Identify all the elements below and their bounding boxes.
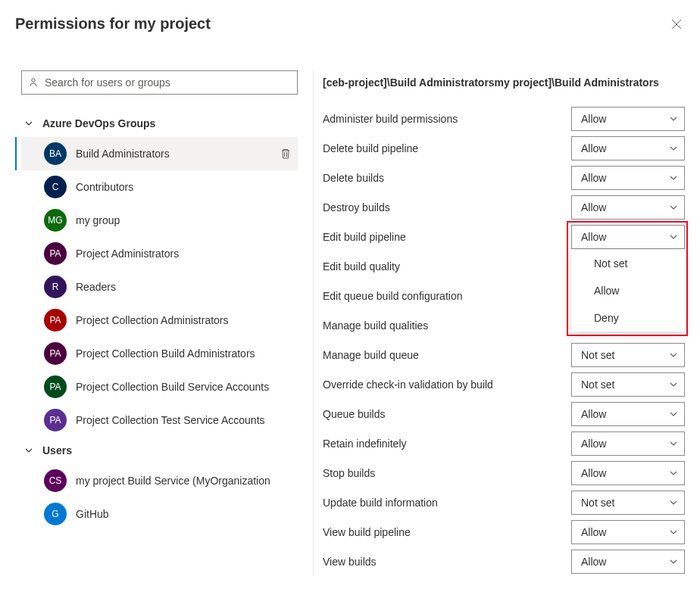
permission-label: Delete builds <box>323 172 571 184</box>
permission-row: Administer build permissionsAllow <box>323 104 685 133</box>
dropdown-value: Allow <box>581 556 606 568</box>
dropdown-value: Allow <box>581 438 606 450</box>
group-item-label: my group <box>76 214 298 226</box>
group-item[interactable]: PAProject Administrators <box>21 237 298 270</box>
permission-dropdown[interactable]: Allow <box>571 402 685 426</box>
dropdown-value: Allow <box>581 172 606 184</box>
chevron-down-icon <box>669 173 678 182</box>
dropdown-option[interactable]: Not set <box>571 250 685 277</box>
group-item[interactable]: BABuild Administrators <box>21 137 298 170</box>
users-section-label: Users <box>42 444 72 456</box>
group-item-label: Project Collection Build Service Account… <box>76 381 298 393</box>
avatar: PA <box>44 309 67 332</box>
permission-label: Override check-in validation by build <box>323 378 571 391</box>
trash-icon[interactable] <box>280 148 292 160</box>
dropdown-value: Allow <box>581 201 606 213</box>
groups-section-label: Azure DevOps Groups <box>42 117 155 129</box>
dropdown-value: Allow <box>581 526 606 538</box>
permission-dropdown[interactable]: Not set <box>571 343 685 367</box>
user-item[interactable]: CSmy project Build Service (MyOrganizati… <box>21 464 298 497</box>
chevron-down-icon <box>669 144 678 153</box>
user-item-label: GitHub <box>76 508 298 520</box>
avatar: PA <box>44 375 67 398</box>
close-button[interactable] <box>668 16 685 33</box>
permission-label: Manage build queue <box>323 349 571 361</box>
permission-dropdown[interactable]: AllowNot setAllowDeny <box>571 225 685 249</box>
chevron-down-icon <box>669 528 678 537</box>
dropdown-value: Allow <box>581 113 606 125</box>
chevron-down-icon <box>669 114 678 123</box>
permission-dropdown[interactable]: Allow <box>571 520 685 544</box>
permission-row: Delete build pipelineAllow <box>323 133 685 163</box>
chevron-down-icon <box>669 557 678 566</box>
group-item[interactable]: CContributors <box>21 170 298 204</box>
person-search-icon <box>28 77 39 88</box>
group-item[interactable]: PAProject Collection Administrators <box>21 304 298 337</box>
user-item[interactable]: GGitHub <box>21 497 298 531</box>
permission-label: View builds <box>323 556 571 568</box>
dropdown-value: Allow <box>581 231 606 243</box>
close-icon <box>671 19 682 30</box>
avatar: PA <box>44 242 67 265</box>
permission-row: Retain indefinitelyAllow <box>323 428 685 458</box>
dropdown-option[interactable]: Deny <box>571 304 685 332</box>
dropdown-value: Allow <box>581 408 606 420</box>
permission-label: Destroy builds <box>323 201 571 213</box>
dropdown-value: Allow <box>581 142 606 154</box>
group-item[interactable]: RReaders <box>21 270 298 304</box>
permission-label: View build pipeline <box>323 526 571 538</box>
group-item-label: Readers <box>76 281 298 293</box>
chevron-down-icon <box>669 350 678 360</box>
chevron-down-icon <box>669 469 678 478</box>
permission-row: Edit build pipelineAllowNot setAllowDeny <box>323 222 685 251</box>
group-item-label: Project Collection Test Service Accounts <box>76 414 298 426</box>
group-item[interactable]: PAProject Collection Test Service Accoun… <box>21 403 298 437</box>
permission-dropdown[interactable]: Not set <box>571 491 685 515</box>
group-item[interactable]: PAProject Collection Build Administrator… <box>21 337 298 370</box>
avatar: PA <box>44 342 67 365</box>
search-input-wrapper[interactable] <box>21 70 298 95</box>
permission-row: Update build informationNot set <box>323 488 685 517</box>
avatar: C <box>44 176 67 198</box>
permission-row: Delete buildsAllow <box>323 163 685 192</box>
permission-dropdown[interactable]: Not set <box>571 372 685 397</box>
permission-row: View buildsAllow <box>323 547 685 576</box>
group-item[interactable]: MGmy group <box>21 204 298 237</box>
permission-label: Edit build pipeline <box>323 231 571 243</box>
users-section-header[interactable]: Users <box>21 437 298 464</box>
permission-row: Manage build queueNot set <box>323 340 685 369</box>
dropdown-value: Not set <box>581 349 614 361</box>
permission-dropdown[interactable]: Allow <box>571 431 685 456</box>
avatar: BA <box>44 142 67 165</box>
group-item-label: Project Administrators <box>76 248 298 260</box>
search-input[interactable] <box>45 76 291 89</box>
chevron-down-icon <box>24 119 33 128</box>
group-item[interactable]: PAProject Collection Build Service Accou… <box>21 370 298 403</box>
permission-dropdown[interactable]: Allow <box>571 166 685 190</box>
permission-dropdown[interactable]: Allow <box>571 136 685 160</box>
permission-label: Update build information <box>323 497 571 509</box>
permission-row: Stop buildsAllow <box>323 458 685 488</box>
dropdown-option[interactable]: Allow <box>571 277 685 304</box>
dropdown-value: Allow <box>581 467 606 479</box>
chevron-down-icon <box>669 203 678 212</box>
group-item-label: Build Administrators <box>76 148 280 160</box>
permission-dropdown[interactable]: Allow <box>571 461 685 485</box>
chevron-down-icon <box>669 439 678 448</box>
avatar: R <box>44 276 67 298</box>
chevron-down-icon <box>24 446 33 455</box>
avatar: CS <box>44 469 67 492</box>
breadcrumb: [ceb-project]\Build Administratorsmy pro… <box>323 70 685 104</box>
permission-row: Queue buildsAllow <box>323 399 685 428</box>
dropdown-value: Not set <box>581 378 614 391</box>
permission-dropdown[interactable]: Allow <box>571 550 685 574</box>
chevron-down-icon <box>669 410 678 419</box>
permission-dropdown[interactable]: Allow <box>571 107 685 131</box>
chevron-down-icon <box>669 380 678 389</box>
group-item-label: Project Collection Administrators <box>76 314 298 326</box>
avatar: G <box>44 503 67 525</box>
avatar: PA <box>44 409 67 431</box>
chevron-down-icon <box>669 232 678 241</box>
permission-dropdown[interactable]: Allow <box>571 195 685 220</box>
groups-section-header[interactable]: Azure DevOps Groups <box>21 110 298 137</box>
